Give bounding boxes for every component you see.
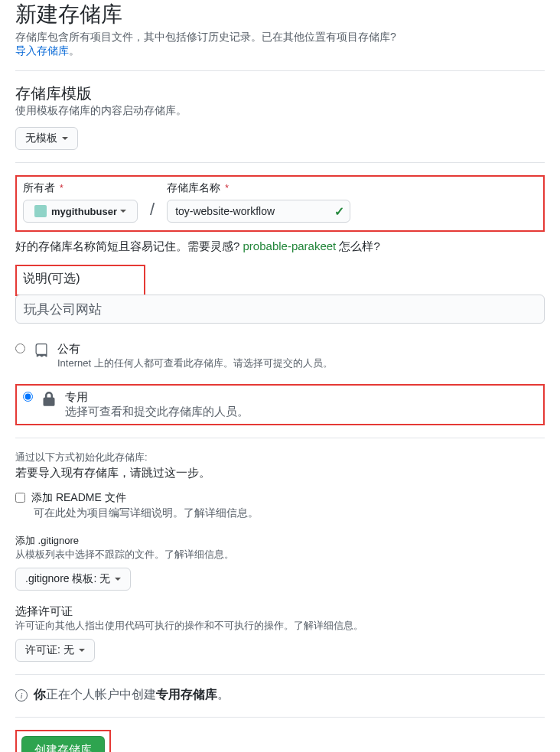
visibility-public-desc: Internet 上的任何人都可查看此存储库。请选择可提交的人员。 [57, 356, 333, 370]
avatar-icon [34, 205, 47, 217]
readme-checkbox[interactable] [15, 493, 25, 503]
description-label: 说明(可选) [23, 272, 80, 285]
check-icon: ✓ [334, 204, 344, 219]
visibility-private-highlight: 专用 选择可查看和提交此存储库的人员。 [15, 384, 545, 425]
gitignore-label: 添加 .gitignore [15, 534, 545, 548]
init-heading: 通过以下方式初始化此存储库: [15, 451, 545, 464]
license-desc: 许可证向其他人指出使用代码可执行的操作和不可执行的操作。了解详细信息。 [15, 619, 545, 633]
visibility-public-row[interactable]: 公有 Internet 上的任何人都可查看此存储库。请选择可提交的人员。 [15, 337, 545, 375]
repo-name-hint: 好的存储库名称简短且容易记住。需要灵感? probable-parakeet 怎… [15, 239, 545, 254]
divider [15, 162, 545, 163]
visibility-private-radio[interactable] [23, 392, 33, 402]
info-summary: i 你正在个人帐户中创建专用存储库。 [15, 687, 545, 703]
repo-icon [33, 342, 50, 359]
divider [15, 70, 545, 71]
info-icon: i [15, 689, 28, 702]
chevron-down-icon [79, 649, 85, 652]
template-desc: 使用模板存储库的内容启动存储库。 [15, 104, 545, 118]
chevron-down-icon [62, 137, 68, 140]
slash-separator: / [147, 200, 158, 223]
suggested-name[interactable]: probable-parakeet [243, 239, 337, 252]
page-title: 新建存储库 [15, 0, 545, 29]
lock-icon [41, 390, 57, 407]
visibility-private-desc: 选择可查看和提交此存储库的人员。 [65, 405, 249, 419]
license-select[interactable]: 许可证: 无 [15, 639, 95, 662]
import-repo-link[interactable]: 导入存储库 [15, 44, 69, 57]
owner-repo-highlight: 所有者* mygithubuser / 存储库名称* ✓ [15, 175, 545, 232]
chevron-down-icon [120, 210, 126, 213]
visibility-private-row[interactable]: 专用 选择可查看和提交此存储库的人员。 [23, 390, 537, 419]
divider [15, 717, 545, 718]
gitignore-desc: 从模板列表中选择不跟踪的文件。了解详细信息。 [15, 548, 545, 562]
template-title: 存储库模版 [15, 83, 545, 104]
chevron-down-icon [115, 578, 121, 581]
visibility-private-title: 专用 [65, 390, 249, 405]
owner-label: 所有者* [23, 181, 138, 195]
create-button-highlight: 创建存储库 [15, 730, 111, 752]
owner-select[interactable]: mygithubuser [23, 200, 138, 223]
repo-name-label: 存储库名称* [167, 181, 350, 195]
gitignore-select[interactable]: .gitignore 模板: 无 [15, 568, 131, 591]
readme-label: 添加 README 文件 [31, 491, 126, 505]
create-repo-button[interactable]: 创建存储库 [21, 736, 105, 752]
divider [15, 438, 545, 438]
template-select[interactable]: 无模板 [15, 127, 78, 150]
license-label: 选择许可证 [15, 604, 545, 619]
description-label-highlight: 说明(可选) [15, 265, 145, 296]
visibility-public-title: 公有 [57, 342, 333, 356]
description-input[interactable] [15, 295, 545, 324]
page-subtitle: 存储库包含所有项目文件，其中包括修订历史记录。已在其他位置有项目存储库? 导入存… [15, 31, 545, 58]
divider [15, 674, 545, 675]
repo-name-input[interactable] [167, 200, 350, 223]
visibility-public-radio[interactable] [15, 343, 25, 353]
init-skip-hint: 若要导入现有存储库，请跳过这一步。 [15, 466, 545, 480]
readme-desc: 可在此处为项目编写详细说明。了解详细信息。 [34, 506, 545, 520]
